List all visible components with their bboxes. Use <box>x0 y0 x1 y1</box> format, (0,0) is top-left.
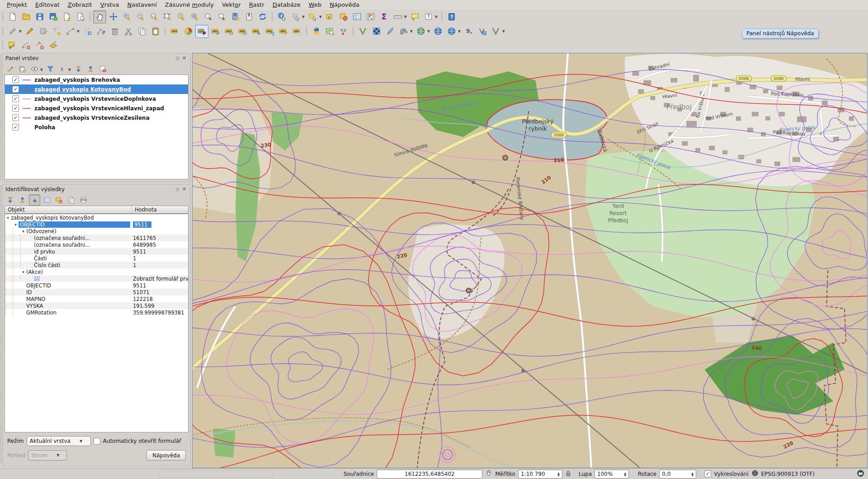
menu-vektor[interactable]: Vektor <box>218 0 245 9</box>
layer-item[interactable]: ✓zabaged_vyskopis VrstevniceZesilena <box>5 113 188 122</box>
layer-checkbox[interactable]: ✓ <box>12 86 19 93</box>
crs-globe-icon[interactable] <box>751 470 759 478</box>
delete-selected-button[interactable] <box>108 25 121 38</box>
menu-editovat[interactable]: Editovat <box>31 0 64 9</box>
add-group-button[interactable] <box>17 63 28 75</box>
identify-row[interactable]: VYSKA191.599 <box>5 302 188 309</box>
deselect-all-button[interactable] <box>337 10 350 23</box>
copy-features-button[interactable] <box>135 25 148 38</box>
python-console-button[interactable] <box>310 25 323 38</box>
menu-datab-ze[interactable]: Databáze <box>269 0 305 9</box>
new-bookmark-button[interactable] <box>229 10 242 23</box>
identify-row[interactable]: OBJECTID9511 <box>5 282 188 289</box>
filter-legend-button[interactable] <box>45 63 56 75</box>
toolbar-handle[interactable] <box>163 26 167 36</box>
zoom-native-button[interactable]: 1:1 <box>147 10 160 23</box>
help-button[interactable]: Nápověda <box>146 450 186 460</box>
label-properties-button[interactable]: abc <box>290 25 303 38</box>
new-project-button[interactable] <box>6 10 19 23</box>
menu-projekt[interactable]: Projekt <box>3 0 31 9</box>
toggle-editing-button[interactable] <box>23 25 36 38</box>
close-panel-icon[interactable]: ✕ <box>181 55 188 61</box>
zoom-last-button[interactable] <box>202 10 215 23</box>
current-edits-button[interactable]: ▼ <box>6 25 19 38</box>
zoom-to-layer-button[interactable] <box>188 10 201 23</box>
toolbar-handle[interactable] <box>1 12 5 22</box>
run-feature-action-button[interactable]: ▼ <box>289 10 302 23</box>
node-tool-button[interactable] <box>94 25 108 38</box>
coordinate-capture-button[interactable]: x,y <box>337 25 350 38</box>
log-messages-icon[interactable] <box>857 470 864 479</box>
rotation-spinbox[interactable]: 0,0 ▲▼ <box>659 470 696 479</box>
expression-comma-button[interactable]: 9, <box>462 25 475 38</box>
help-contents-button[interactable]: ? <box>445 10 458 23</box>
expand-tree-button[interactable] <box>5 194 16 206</box>
kotovany-bod-point[interactable] <box>466 288 471 293</box>
kotovany-bod-point[interactable] <box>503 155 508 160</box>
globe-vector-button[interactable]: ▼ <box>445 25 458 38</box>
manage-themes-button[interactable]: ▼ <box>29 63 40 75</box>
toolbar-handle[interactable] <box>440 12 443 22</box>
toolbar-handle[interactable] <box>1 40 5 50</box>
vector-box-button[interactable] <box>476 25 489 38</box>
mode-combo[interactable]: Aktuální vrstva ▼ <box>27 436 91 446</box>
save-project-as-button[interactable] <box>47 10 60 23</box>
move-label-button[interactable]: abc <box>250 25 263 38</box>
measure-button[interactable]: ▼ <box>391 10 404 23</box>
render-checkbox[interactable]: ✓ <box>704 470 711 477</box>
identify-row[interactable]: Části1 <box>5 255 188 262</box>
layer-item[interactable]: ✓zabaged vyskopis KotovanyBod <box>5 85 188 94</box>
identify-row[interactable]: ▾OBJECTID9511 <box>5 221 188 228</box>
delete-part-button[interactable] <box>33 39 46 52</box>
identify-row[interactable]: GMRotation359.999998799381 <box>5 309 188 316</box>
web-globe-green-button[interactable]: ▼ <box>414 25 427 38</box>
cut-features-button[interactable] <box>122 25 135 38</box>
toolbar-handle[interactable] <box>88 12 92 22</box>
toolbar-handle[interactable] <box>270 12 274 22</box>
zoom-next-button[interactable] <box>215 10 228 23</box>
layer-item[interactable]: ✓zabaged_vyskopis VrstevniceHlavni_zapad <box>5 103 188 113</box>
show-bookmarks-button[interactable] <box>242 10 255 23</box>
menu-zobrazit[interactable]: Zobrazit <box>64 0 96 9</box>
float-panel-icon[interactable]: ◇ <box>174 186 181 193</box>
node-curve-button[interactable]: ▼ <box>64 25 77 38</box>
layer-item[interactable]: ✓zabaged_vyskopis VrstevniceDoplnkova <box>5 94 188 103</box>
menu-vrstva[interactable]: Vrstva <box>96 0 123 9</box>
identify-row[interactable]: Zobrazit formulář prvku <box>5 275 188 282</box>
topology-checker-button[interactable] <box>356 25 369 38</box>
layer-item[interactable]: ✓zabaged_vyskopis Brehovka <box>5 75 188 85</box>
expand-all-button[interactable] <box>73 63 84 75</box>
identify-row[interactable]: ▾(Akce) <box>5 268 188 275</box>
save-project-button[interactable] <box>33 10 46 23</box>
layer-labeling-button[interactable]: abc <box>168 25 181 38</box>
identify-row[interactable]: (označena souřadni...6489985 <box>5 241 188 248</box>
identify-row[interactable]: MAPNO122218 <box>5 296 188 302</box>
identify-row[interactable]: ▾zabaged_vyskopis KotovanyBod <box>5 214 188 221</box>
identify-row[interactable]: id prvku9511 <box>5 248 188 255</box>
layer-item[interactable]: ✓Poloha <box>5 122 188 132</box>
vector-nodes-button[interactable]: ▼ <box>489 25 502 38</box>
menu-n-pov-da[interactable]: Nápověda <box>326 0 363 9</box>
pin-unpin-labels-button[interactable]: abc <box>209 25 222 38</box>
layer-checkbox[interactable]: ✓ <box>12 105 19 112</box>
web-globe-button[interactable] <box>431 25 444 38</box>
clear-results-button[interactable] <box>53 194 65 206</box>
offset-curve-button[interactable] <box>6 39 19 52</box>
toolbar-handle[interactable] <box>351 26 355 36</box>
text-annotation-button[interactable]: T▼ <box>422 10 435 23</box>
form-view-button[interactable] <box>41 194 52 206</box>
lock-icon[interactable] <box>565 470 571 478</box>
statistics-summary-button[interactable]: Σ <box>377 10 391 23</box>
layer-checkbox[interactable]: ✓ <box>12 124 19 131</box>
zoom-in-button[interactable] <box>120 10 133 23</box>
save-layer-edits-button[interactable] <box>37 25 50 38</box>
collapse-tree-button[interactable] <box>17 194 28 206</box>
new-composer-button[interactable] <box>60 10 73 23</box>
osm-place-search-button[interactable] <box>323 25 336 38</box>
pan-map-button[interactable] <box>93 10 106 23</box>
magnifier-spinbox[interactable]: 100% ▲▼ <box>594 470 629 479</box>
change-label-button[interactable]: abc <box>277 25 290 38</box>
highlight-labels-button[interactable]: abc <box>222 25 236 38</box>
rotate-feature-button[interactable] <box>47 39 60 52</box>
zoom-full-button[interactable] <box>161 10 174 23</box>
